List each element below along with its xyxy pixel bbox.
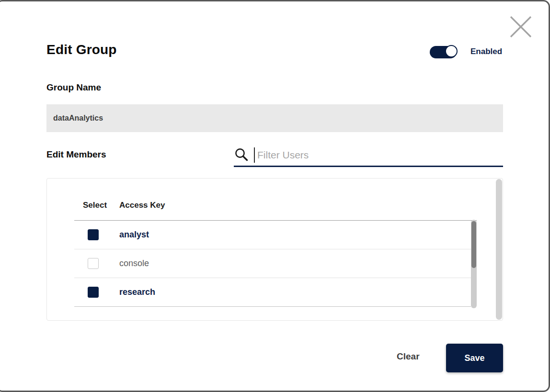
close-button[interactable] bbox=[509, 15, 533, 39]
member-access-key: research bbox=[119, 287, 155, 297]
close-icon bbox=[509, 33, 533, 40]
toggle-thumb-icon bbox=[445, 45, 458, 57]
member-row: research bbox=[74, 278, 471, 307]
search-icon bbox=[234, 147, 249, 162]
member-rows: analyst console research bbox=[74, 221, 471, 307]
member-checkbox[interactable] bbox=[88, 287, 99, 298]
filter-users-input[interactable] bbox=[257, 146, 499, 164]
member-row: console bbox=[74, 249, 471, 278]
members-list-scrollbar[interactable] bbox=[471, 220, 477, 308]
member-row: analyst bbox=[74, 221, 471, 249]
column-header-access-key: Access Key bbox=[119, 201, 165, 210]
table-scrollbar[interactable] bbox=[496, 179, 502, 320]
members-table: Select Access Key analyst console resear… bbox=[46, 178, 503, 321]
members-list-scrollbar-thumb[interactable] bbox=[471, 221, 476, 268]
edit-members-label: Edit Members bbox=[46, 149, 106, 160]
enabled-toggle[interactable] bbox=[430, 46, 457, 58]
group-name-label: Group Name bbox=[46, 82, 101, 93]
dialog-title: Edit Group bbox=[46, 42, 117, 57]
member-checkbox[interactable] bbox=[88, 258, 99, 269]
toggle-label: Enabled bbox=[470, 47, 502, 56]
filter-input-underline bbox=[234, 166, 503, 167]
save-button[interactable]: Save bbox=[446, 344, 503, 372]
clear-button[interactable]: Clear bbox=[393, 348, 424, 365]
edit-group-dialog: Edit Group Enabled Group Name dataAnalyt… bbox=[0, 0, 550, 392]
member-access-key: analyst bbox=[119, 230, 149, 240]
group-name-value: dataAnalytics bbox=[53, 114, 103, 123]
group-name-input: dataAnalytics bbox=[46, 104, 503, 132]
column-header-select: Select bbox=[83, 201, 107, 210]
member-access-key: console bbox=[119, 258, 149, 269]
member-checkbox[interactable] bbox=[88, 229, 99, 240]
text-cursor bbox=[254, 147, 255, 163]
